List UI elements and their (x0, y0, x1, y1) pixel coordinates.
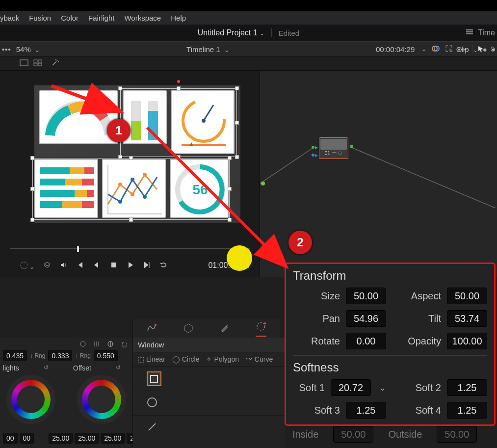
pan-label: Pan (322, 313, 340, 324)
qualifier-tab-icon[interactable] (183, 322, 194, 335)
shape-circle[interactable] (147, 397, 157, 410)
menu-color[interactable]: Color (61, 14, 78, 22)
high-range-value[interactable]: 0.550 (94, 350, 118, 361)
curves-tab-icon[interactable] (146, 322, 157, 335)
svg-line-66 (149, 423, 156, 430)
menu-fairlight[interactable]: Fairlight (88, 14, 114, 22)
low-range-value[interactable]: 0.333 (48, 350, 72, 361)
chevron-down-icon[interactable]: ⌄ (379, 382, 386, 393)
magic-wand-icon[interactable] (51, 59, 59, 69)
shape-rect[interactable] (147, 371, 161, 386)
offset-tab[interactable]: Offset (73, 364, 91, 372)
svg-line-43 (260, 147, 314, 184)
tilt-label: Tilt (428, 313, 441, 324)
svg-point-51 (339, 152, 341, 155)
svg-marker-48 (315, 154, 318, 157)
single-view-icon[interactable] (20, 59, 28, 68)
soft2-label: Soft 2 (416, 382, 441, 394)
timecode-display[interactable]: 00:00:04:29 (376, 45, 415, 53)
svg-point-55 (155, 324, 157, 326)
rotate-value[interactable]: 0.00 (346, 333, 386, 349)
outside-label: Outside (388, 429, 422, 440)
curve-shape[interactable]: 〰 Curve (246, 355, 273, 363)
menu-fusion[interactable]: Fusion (29, 14, 51, 22)
svg-line-44 (351, 147, 496, 208)
grid-view-icon[interactable] (33, 59, 42, 68)
svg-point-50 (261, 182, 265, 185)
loop-icon[interactable] (160, 261, 168, 271)
svg-point-47 (312, 154, 314, 157)
zoom-level[interactable]: 54% ⌄ (16, 45, 40, 53)
aspect-value[interactable]: 50.00 (447, 288, 487, 304)
chevron-down-icon: ⌄ (35, 47, 40, 53)
soft4-label: Soft 4 (416, 405, 441, 416)
menu-workspace[interactable]: Workspace (124, 14, 161, 22)
chevron-down-icon: ⌄ (421, 46, 426, 53)
more-icon[interactable]: • (492, 45, 495, 53)
curve-value[interactable]: 0.435 (3, 350, 27, 361)
marker-mode-icon[interactable]: ⌄ (20, 261, 34, 271)
shape-line[interactable] (147, 422, 157, 434)
soft2-value[interactable]: 1.25 (447, 379, 487, 396)
linear-shape[interactable]: ⬚ Linear (138, 355, 165, 363)
size-value[interactable]: 50.00 (346, 288, 386, 304)
annotation-marker-2: 2 (288, 231, 312, 254)
inside-value[interactable]: 50.00 (333, 426, 373, 443)
window-tab-icon[interactable] (256, 321, 266, 337)
scope-icon[interactable] (107, 341, 114, 349)
mute-icon[interactable] (60, 261, 68, 271)
chevron-down-icon: ⌄ (260, 30, 264, 37)
quad-val[interactable]: 25.00 (49, 433, 73, 444)
secondary-toolbar: ••• 54% ⌄ Timeline 1 ⌄ 00:00:04:29 ⌄ •••… (0, 41, 497, 57)
wipe-icon[interactable] (431, 44, 440, 54)
svg-point-57 (264, 322, 266, 324)
softness-title: Softness (293, 361, 487, 374)
rotate-label: Rotate (311, 336, 340, 347)
opacity-value[interactable]: 100.00 (447, 333, 487, 349)
circle-shape[interactable]: ◯ Circle (172, 355, 200, 363)
lights-tab[interactable]: lights (3, 364, 19, 372)
menu-playback[interactable]: yback (0, 14, 19, 22)
prev-frame-icon[interactable] (93, 261, 101, 271)
quad-val[interactable]: 00 (20, 433, 34, 444)
last-frame-icon[interactable] (143, 261, 151, 271)
play-icon[interactable] (127, 261, 134, 271)
viewer-scrubber[interactable] (10, 245, 250, 252)
offset-wheel[interactable] (77, 375, 126, 424)
more-icon[interactable]: ••• (2, 45, 11, 53)
separator (271, 28, 272, 37)
menu-help[interactable]: Help (171, 14, 186, 22)
first-frame-icon[interactable] (77, 261, 84, 271)
soft3-value[interactable]: 1.25 (346, 402, 386, 419)
soft3-label: Soft 3 (314, 405, 340, 416)
soft4-value[interactable]: 1.25 (447, 402, 487, 419)
picker-tab-icon[interactable] (220, 323, 230, 335)
keyframe-icon[interactable] (79, 341, 86, 349)
pan-value[interactable]: 54.96 (346, 310, 386, 327)
reset-icon[interactable]: ↺ (44, 364, 49, 372)
top-bar (0, 0, 497, 11)
outside-value[interactable]: 50.00 (437, 426, 477, 443)
clip-label[interactable]: Clip ⌄ (456, 45, 478, 53)
inside-label: Inside (292, 429, 318, 440)
svg-point-41 (21, 262, 27, 269)
project-title[interactable]: Untitled Project 1⌄ (198, 28, 264, 37)
title-bar: Untitled Project 1⌄ Edited Time (0, 25, 497, 41)
soft1-value[interactable]: 20.72 (331, 379, 371, 396)
polygon-shape[interactable]: ✧ Polygon (206, 355, 238, 363)
svg-rect-0 (466, 29, 473, 30)
tilt-value[interactable]: 53.74 (447, 310, 487, 327)
quad-val[interactable]: 25.00 (101, 433, 125, 444)
timeline-name[interactable]: Timeline 1 ⌄ (186, 45, 229, 53)
bars-icon[interactable] (93, 341, 100, 349)
layers-icon[interactable] (43, 261, 51, 271)
quad-val[interactable]: 25.00 (75, 433, 99, 444)
node-01[interactable]: 01 (319, 137, 348, 159)
quad-val[interactable]: 00 (3, 433, 18, 444)
lights-wheel[interactable] (6, 375, 55, 424)
stop-icon[interactable] (110, 261, 118, 271)
undo-icon[interactable] (121, 341, 128, 349)
timeline-options-icon[interactable] (465, 27, 474, 38)
reset-icon[interactable]: ↺ (116, 364, 121, 372)
edited-status: Edited (279, 29, 300, 37)
